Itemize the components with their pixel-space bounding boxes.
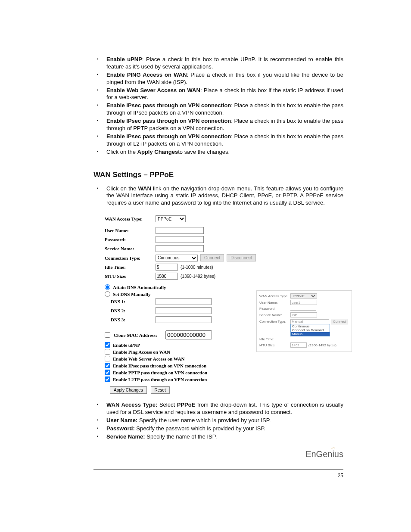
bullet-item: Enable IPsec pass through on VPN connect…: [97, 118, 343, 132]
bullet-bold: Password:: [106, 425, 135, 432]
inset-wan-access-select: PPPoE: [290, 293, 317, 299]
bullet-bold2: PPPoE: [177, 401, 196, 408]
idle-time-label: Idle Time:: [105, 264, 156, 270]
clone-mac-checkbox[interactable]: [105, 332, 110, 338]
bullet-rest: Specify the password which is provided b…: [135, 425, 265, 432]
set-dns-radio[interactable]: [105, 291, 110, 297]
clone-mac-label: Clone MAC Address:: [114, 333, 165, 338]
inset-idle-time-label: Idle Time:: [259, 337, 290, 341]
upper-bullet-list: Enable uPNP: Place a check in this box t…: [93, 56, 343, 156]
bullet-rest: Specify the user name which is provided …: [137, 417, 271, 423]
reset-button[interactable]: Reset: [151, 386, 170, 394]
connection-type-select[interactable]: Continuous: [156, 255, 198, 261]
bullet-bold: Enable IPsec pass through on VPN connect…: [106, 133, 231, 140]
inset-preview: WAN Access Type:PPPoE User Name: Passwor…: [256, 290, 352, 352]
bullet-item: WAN Access Type: Select PPPoE from the d…: [97, 401, 343, 416]
inset-wan-access-label: WAN Access Type:: [259, 294, 290, 298]
enable-upnp-checkbox[interactable]: [105, 342, 110, 348]
wan-access-type-select[interactable]: PPPoE: [156, 215, 186, 222]
apply-changes-button[interactable]: Apply Changes: [110, 386, 147, 394]
bullet-item: Enable uPNP: Place a check in this box t…: [97, 56, 343, 71]
service-name-input[interactable]: [156, 245, 204, 252]
bullet-item: Click on the WAN link on the navigation …: [97, 185, 343, 207]
inset-connect-button: Connect: [331, 319, 348, 324]
bullet-item: Click on the Apply Changesto save the ch…: [97, 149, 343, 156]
inset-user-name-label: User Name:: [259, 301, 290, 305]
enable-ipsec-checkbox[interactable]: [105, 363, 110, 368]
bullet-rest: : Place a check in this box to enable UP…: [106, 56, 343, 70]
bullet-bold: Enable PING Access on WAN: [106, 72, 187, 78]
mtu-input[interactable]: [156, 273, 178, 280]
bullet-item: Enable IPsec pass through on VPN connect…: [97, 102, 343, 117]
bullet-item: Service Name: Specify the name of the IS…: [97, 433, 343, 441]
enable-upnp-label: Enable uPNP: [113, 342, 140, 348]
inset-mtu-hint: (1360-1492 bytes): [308, 343, 336, 347]
bullet-rest: Specify the name of the ISP.: [145, 433, 217, 440]
set-dns-label: Set DNS Manually: [113, 292, 150, 297]
inset-option: Connect on Demand: [291, 328, 330, 332]
user-name-label: User Name:: [105, 228, 156, 233]
section-heading: WAN Settings – PPPoE: [93, 171, 343, 179]
attain-dns-label: Attain DNS Automatically: [113, 285, 166, 290]
inset-conn-type-label: Connection Type:: [259, 320, 290, 324]
footer-rule: [93, 470, 343, 470]
dns3-label: DNS 3:: [111, 317, 156, 322]
enable-pptp-checkbox[interactable]: [105, 370, 110, 375]
bullet-bold: Enable uPNP: [106, 56, 142, 62]
clone-mac-input[interactable]: [165, 330, 212, 339]
enable-l2tp-checkbox[interactable]: [105, 376, 110, 382]
inset-user-name-value: [290, 300, 317, 305]
logo-wrap: ⌒ EnGenius: [93, 449, 343, 459]
inset-password-value: [290, 306, 316, 311]
attain-dns-radio[interactable]: [105, 284, 110, 290]
inset-service-name-value: [290, 312, 317, 317]
bullet-item: Enable IPsec pass through on VPN connect…: [97, 133, 343, 148]
bullet-item: Enable PING Access on WAN: Place a check…: [97, 72, 343, 86]
enable-ping-checkbox[interactable]: [105, 349, 110, 355]
bullet-pre: Click on the: [106, 149, 137, 155]
connection-type-label: Connection Type:: [105, 255, 156, 261]
password-input[interactable]: [156, 236, 204, 243]
inset-option-selected: Manual: [291, 332, 330, 336]
inset-option: Continuous: [291, 324, 330, 328]
enable-ipsec-label: Enable IPsec pass through on VPN connect…: [113, 363, 206, 368]
enable-web-server-label: Enable Web Server Access on WAN: [113, 356, 185, 361]
bullet-bold: Service Name:: [106, 433, 145, 440]
idle-time-input[interactable]: [156, 264, 178, 271]
bullet-bold: Enable Web Sever Access on WAN: [106, 87, 200, 93]
lower-bullet-list: WAN Access Type: Select PPPoE from the d…: [93, 401, 343, 440]
dns1-input[interactable]: [156, 298, 212, 305]
intro-pre: Click on the: [106, 185, 138, 192]
dns2-label: DNS 2:: [111, 308, 156, 313]
inset-dropdown-list: Continuous Connect on Demand Manual: [290, 324, 330, 336]
enable-ping-label: Enable Ping Access on WAN: [113, 349, 170, 355]
user-name-input[interactable]: [156, 227, 204, 234]
intro-bold: WAN: [138, 185, 151, 192]
disconnect-button[interactable]: Disconnect: [227, 254, 255, 261]
dns3-input[interactable]: [156, 316, 212, 323]
bullet-bold: WAN Access Type:: [106, 401, 157, 408]
wan-intro-list: Click on the WAN link on the navigation …: [93, 185, 343, 207]
inset-mtu-label: MTU Size:: [259, 343, 290, 347]
mtu-hint: (1360-1492 bytes): [181, 274, 215, 279]
enable-pptp-label: Enable PPTP pass through on VPN connecti…: [113, 370, 207, 375]
bullet-rest: to save the changes.: [178, 149, 230, 155]
bullet-item: Password: Specify the password which is …: [97, 425, 343, 432]
bullet-bold: Enable IPsec pass through on VPN connect…: [106, 118, 231, 124]
enable-web-server-checkbox[interactable]: [105, 356, 110, 361]
engenius-logo: ⌒ EnGenius: [305, 449, 343, 459]
dns2-input[interactable]: [156, 307, 212, 314]
inset-password-label: Password:: [259, 307, 290, 311]
inset-conn-type-value: [290, 319, 329, 324]
enable-l2tp-label: Enable L2TP pass through on VPN connecti…: [113, 377, 207, 382]
bullet-bold: Enable IPsec pass through on VPN connect…: [106, 102, 231, 109]
page-number: 25: [93, 473, 343, 479]
connect-button[interactable]: Connect: [200, 254, 224, 261]
wan-access-type-label: WAN Access Type:: [105, 216, 156, 221]
mtu-label: MTU Size:: [105, 274, 156, 279]
bullet-mid: Select: [157, 401, 177, 408]
inset-service-name-label: Service Name:: [259, 313, 290, 317]
logo-text: EnGenius: [305, 449, 343, 459]
bullet-bold: Apply Changes: [137, 149, 178, 155]
bullet-item: User Name: Specify the user name which i…: [97, 417, 343, 424]
